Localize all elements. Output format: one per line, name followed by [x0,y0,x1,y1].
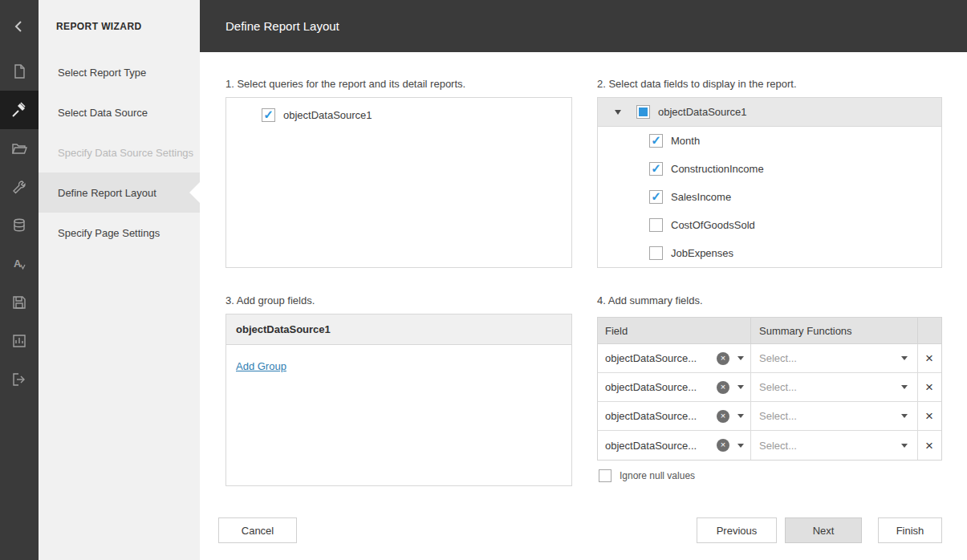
groups-panel: objectDataSource1 Add Group [225,314,572,486]
field-checkbox-jobexpenses[interactable] [649,246,663,260]
save-icon[interactable] [0,283,39,322]
groups-section-title: 3. Add group fields. [225,294,315,306]
header: Define Report Layout [200,0,967,52]
field-label: CostOfGoodsSold [671,219,755,231]
fields-panel: objectDataSource1 Month ConstructionInco… [597,97,942,268]
field-row: SalesIncome [598,183,941,211]
summary-function-placeholder: Select... [759,410,797,422]
back-icon[interactable] [0,0,39,52]
chevron-down-icon[interactable] [737,385,744,389]
wizard-nav-title: REPORT WIZARD [39,0,200,52]
wizard-nav: REPORT WIZARD Select Report Type Select … [39,0,200,560]
chevron-down-icon [901,356,908,360]
field-combo-value: objectDataSource... [605,352,697,364]
add-group-link[interactable]: Add Group [236,360,286,372]
exit-icon[interactable] [0,360,39,399]
summary-function-placeholder: Select... [759,440,797,452]
clear-icon[interactable] [717,381,729,394]
query-label: objectDataSource1 [283,109,372,121]
field-combo-value: objectDataSource... [605,440,697,452]
svg-text:A: A [14,258,22,270]
summary-row: objectDataSource... Select... [598,402,941,431]
chevron-down-icon [901,385,908,389]
clear-icon[interactable] [717,352,729,365]
delete-row-button[interactable] [918,373,941,401]
summary-function-select[interactable]: Select... [751,344,918,372]
ignore-null-row: Ignore null values [599,469,695,482]
data-source-icon[interactable] [0,206,39,245]
column-header-field: Field [598,318,751,343]
fields-section-title: 2. Select data fields to display in the … [597,78,797,90]
report-structure-icon[interactable] [0,322,39,360]
clear-icon[interactable] [717,410,729,423]
chevron-down-icon [901,414,908,418]
column-header-delete [918,318,941,343]
close-icon [925,351,933,365]
groups-panel-header: objectDataSource1 [226,314,571,345]
chevron-down-icon [901,444,908,448]
field-row: Month [598,127,941,155]
field-combo[interactable]: objectDataSource... [598,402,751,430]
fields-root-row: objectDataSource1 [598,98,941,127]
next-button[interactable]: Next [785,517,862,543]
report-wizard-icon[interactable] [0,91,39,129]
delete-row-button[interactable] [918,344,941,372]
field-label: Month [671,135,700,147]
fields-root-checkbox[interactable] [636,105,650,119]
summary-function-select[interactable]: Select... [751,431,918,460]
field-checkbox-salesincome[interactable] [649,190,663,204]
close-icon [925,439,933,452]
query-list-item: objectDataSource1 [262,108,571,122]
summary-function-placeholder: Select... [759,381,797,393]
summary-section-title: 4. Add summary fields. [597,294,703,306]
summary-function-select[interactable]: Select... [751,402,918,430]
field-combo-value: objectDataSource... [605,410,697,422]
field-label: SalesIncome [671,191,731,203]
summary-table-header: Field Summary Functions [598,318,941,344]
page-title: Define Report Layout [225,19,339,33]
field-combo[interactable]: objectDataSource... [598,373,751,401]
nav-item-select-data-source[interactable]: Select Data Source [39,92,200,132]
field-row: CostOfGoodsSold [598,211,941,239]
nav-item-define-report-layout[interactable]: Define Report Layout [39,172,200,213]
field-combo[interactable]: objectDataSource... [598,431,751,460]
localization-icon[interactable]: A [0,245,39,283]
queries-panel: objectDataSource1 [225,97,572,268]
new-document-icon[interactable] [0,52,39,91]
summary-row: objectDataSource... Select... [598,431,941,460]
field-checkbox-month[interactable] [649,134,663,148]
chevron-down-icon[interactable] [737,356,744,360]
field-combo-value: objectDataSource... [605,381,697,393]
field-row: ConstructionIncome [598,155,941,183]
cancel-button[interactable]: Cancel [218,517,297,543]
column-header-summary-functions: Summary Functions [751,318,918,343]
previous-button[interactable]: Previous [697,517,777,543]
field-checkbox-costofgoodssold[interactable] [649,218,663,232]
chevron-down-icon[interactable] [737,444,744,448]
nav-item-specify-page-settings[interactable]: Specify Page Settings [39,213,200,253]
field-label: JobExpenses [671,247,733,259]
clear-icon[interactable] [717,439,729,452]
delete-row-button[interactable] [918,402,941,430]
design-tools-icon[interactable] [0,168,39,206]
collapse-arrow-icon[interactable] [615,110,621,115]
nav-item-specify-data-source-settings: Specify Data Source Settings [39,132,200,172]
field-checkbox-constructionincome[interactable] [649,162,663,176]
delete-row-button[interactable] [918,431,941,460]
ignore-null-checkbox[interactable] [599,469,611,482]
icon-sidebar: A [0,0,39,560]
ignore-null-label: Ignore null values [620,470,695,481]
query-checkbox[interactable] [262,108,275,122]
finish-button[interactable]: Finish [878,517,942,543]
nav-item-select-report-type[interactable]: Select Report Type [39,52,200,92]
open-folder-icon[interactable] [0,129,39,168]
field-combo[interactable]: objectDataSource... [598,344,751,372]
summary-row: objectDataSource... Select... [598,344,941,373]
summary-table: Field Summary Functions objectDataSource… [597,317,942,461]
queries-section-title: 1. Select queries for the report and its… [225,78,465,90]
field-label: ConstructionIncome [671,163,764,175]
chevron-down-icon[interactable] [737,414,744,418]
fields-root-label: objectDataSource1 [658,106,747,118]
close-icon [925,409,933,423]
summary-function-select[interactable]: Select... [751,373,918,401]
